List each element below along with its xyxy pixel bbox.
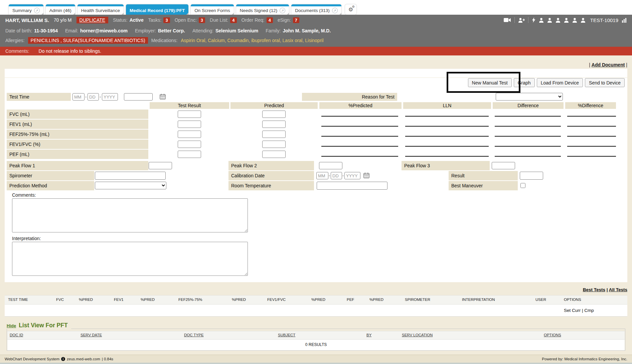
tab-on-screen-forms[interactable]: On Screen Forms <box>191 4 234 15</box>
fef-predicted-input[interactable] <box>262 131 286 138</box>
lightning-bolt-icon[interactable] <box>532 17 535 23</box>
best-tests-link[interactable]: Best Tests <box>583 287 605 292</box>
settings-gears-icon[interactable]: ⚙ ⚙ <box>345 4 356 15</box>
fef-test-result-input[interactable] <box>178 131 201 138</box>
email-value[interactable]: horner@mieweb.com <box>80 28 128 33</box>
row-label-fev1: FEV1 (mL) <box>7 120 148 129</box>
col-difference: Difference <box>493 102 564 109</box>
allergies-line: Allergies: PENICILLINS , SULFA(SULFONAMI… <box>5 35 324 45</box>
result-label: Result <box>449 171 518 180</box>
family-label: Family: <box>266 28 281 33</box>
order-req-count-badge[interactable]: 4 <box>267 17 273 23</box>
add-document-link[interactable]: Add Document <box>592 62 625 67</box>
test-time-day-input[interactable] <box>88 93 99 101</box>
reason-for-test-select[interactable] <box>496 93 563 101</box>
doc-col-serv-date[interactable]: SERV DATE <box>81 333 102 337</box>
set-curr-cmp-links[interactable]: Set Curr | Cmp <box>564 308 594 313</box>
add-person-icon[interactable] <box>518 18 525 23</box>
due-list-count-badge[interactable]: 4 <box>230 17 236 23</box>
pef-pct-difference-value <box>567 156 616 157</box>
doc-col-subject[interactable]: SUBJECT <box>278 333 295 337</box>
tab-medical-record[interactable]: Medical Record (179):PFT <box>126 4 188 15</box>
medication-link[interactable]: Calcium <box>208 38 227 43</box>
fev1-predicted-input[interactable] <box>262 121 286 128</box>
medication-link[interactable]: ibuprofen oral <box>251 38 282 43</box>
res-col-pred3: %PRED <box>232 298 246 302</box>
doc-col-serv-location[interactable]: SERV LOCATION <box>402 333 433 337</box>
peak-flow-3-input[interactable] <box>492 162 515 169</box>
test-time-year-input[interactable] <box>102 93 118 101</box>
load-from-device-button[interactable]: Load From Device <box>537 78 583 87</box>
tab-health-surveillance[interactable]: Health Surveillance <box>77 4 124 15</box>
interpretation-textarea[interactable] <box>12 242 248 276</box>
esign-count-badge[interactable]: 7 <box>293 17 299 23</box>
footer-powered-by: Powered by: Medical Informatics Engineer… <box>542 357 627 361</box>
duplicate-badge[interactable]: DUPLICATE <box>76 17 109 23</box>
pef-lln-value <box>405 156 489 157</box>
employer-value: Better Corp. <box>158 28 185 33</box>
date-dash: - <box>342 173 344 178</box>
calendar-icon[interactable] <box>363 172 369 178</box>
fvc-test-result-input[interactable] <box>178 111 201 118</box>
fvc-lln-value <box>405 116 489 117</box>
tab-needs-signed[interactable]: Needs Signed (12) ↗ <box>236 4 289 15</box>
video-camera-icon[interactable] <box>504 18 511 22</box>
fev1fvc-test-result-input[interactable] <box>178 141 201 148</box>
allergies-badge[interactable]: PENICILLINS , SULFA(SULFONAMIDE ANTIBIOT… <box>28 37 148 44</box>
peak-flow-1-input[interactable] <box>149 162 172 169</box>
prediction-method-select[interactable] <box>95 182 166 189</box>
best-maneuver-checkbox[interactable] <box>520 183 525 188</box>
fev1-test-result-input[interactable] <box>178 121 201 128</box>
divider <box>528 17 528 23</box>
attending-value: Selenium Selenium <box>215 28 258 33</box>
pef-predicted-input[interactable] <box>262 151 286 158</box>
person-icon <box>547 18 552 23</box>
doc-col-options[interactable]: OPTIONS <box>544 333 561 337</box>
tab-summary[interactable]: Summary ↗ <box>9 4 43 15</box>
popout-icon[interactable]: ↗ <box>34 8 40 13</box>
document-list-box: DOC ID SERV DATE DOC TYPE SUBJECT BY SER… <box>7 329 625 351</box>
popout-icon[interactable]: ↗ <box>332 8 338 13</box>
test-time-time-input[interactable] <box>124 93 153 101</box>
graph-button[interactable]: Graph <box>514 78 535 87</box>
res-col-fev1fvc: FEV1/FVC <box>267 298 286 302</box>
test-time-label: Test Time <box>7 93 71 101</box>
tasks-count-badge[interactable]: 3 <box>163 17 170 23</box>
medications-label: Medications: <box>151 38 178 43</box>
doc-col-doc-type[interactable]: DOC TYPE <box>184 333 204 337</box>
info-icon[interactable]: i <box>61 357 65 361</box>
comments-textarea[interactable] <box>12 198 248 232</box>
bar-chart-icon[interactable] <box>622 18 627 23</box>
send-to-device-button[interactable]: Send to Device <box>585 78 625 87</box>
new-manual-test-button[interactable]: New Manual Test <box>468 78 512 87</box>
fvc-predicted-input[interactable] <box>262 111 286 118</box>
doc-col-by[interactable]: BY <box>366 333 371 337</box>
medication-link[interactable]: Aspirin Oral <box>181 38 208 43</box>
test-time-month-input[interactable] <box>72 93 85 101</box>
fev1fvc-predicted-input[interactable] <box>262 141 286 148</box>
calendar-icon[interactable] <box>160 94 166 100</box>
separator: | <box>589 62 590 67</box>
room-temperature-input[interactable] <box>317 182 387 190</box>
spirometer-input[interactable] <box>95 172 166 180</box>
res-col-test-time: TEST TIME <box>8 298 28 302</box>
open-enc-count-badge[interactable]: 3 <box>199 17 205 23</box>
popout-icon[interactable]: ↗ <box>280 8 285 13</box>
calibration-year-input[interactable] <box>344 172 360 179</box>
pef-test-result-input[interactable] <box>178 151 201 158</box>
medication-link[interactable]: Lasix oral <box>283 38 305 43</box>
hide-link[interactable]: Hide <box>7 323 16 328</box>
result-input[interactable] <box>520 172 543 180</box>
tab-admin[interactable]: Admin (46) <box>46 4 75 15</box>
order-req-label: Order Req: <box>242 17 265 23</box>
peak-flow-2-input[interactable] <box>319 162 342 169</box>
medication-link[interactable]: Lisinopril <box>305 38 323 43</box>
doc-col-doc-id[interactable]: DOC ID <box>10 333 23 337</box>
tab-documents[interactable]: Documents (313) ↗ <box>291 4 341 15</box>
calibration-month-input[interactable] <box>316 172 328 179</box>
medication-link[interactable]: Coumadin <box>227 38 252 43</box>
tab-documents-label: Documents (313) <box>295 8 330 13</box>
calibration-day-input[interactable] <box>331 172 342 179</box>
all-tests-link[interactable]: All Tests <box>609 287 627 292</box>
fev1fvc-pct-predicted-value <box>321 146 398 147</box>
